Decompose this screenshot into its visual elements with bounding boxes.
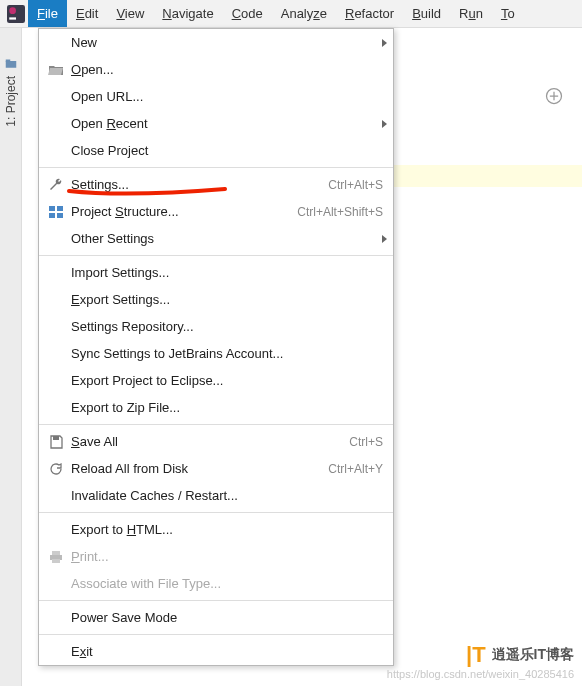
menu-item-save-all[interactable]: Save All Ctrl+S bbox=[39, 428, 393, 455]
menu-separator bbox=[39, 634, 393, 635]
app-icon bbox=[4, 0, 28, 27]
menu-build[interactable]: Build bbox=[403, 0, 450, 27]
menu-separator bbox=[39, 424, 393, 425]
folder-open-icon bbox=[45, 63, 67, 77]
menu-separator bbox=[39, 600, 393, 601]
shortcut-label: Ctrl+Alt+S bbox=[328, 178, 383, 192]
svg-rect-0 bbox=[7, 5, 25, 23]
menu-item-import-settings[interactable]: Import Settings... bbox=[39, 259, 393, 286]
menu-item-settings[interactable]: Settings... Ctrl+Alt+S bbox=[39, 171, 393, 198]
svg-rect-10 bbox=[53, 436, 59, 440]
menu-item-reload-disk[interactable]: Reload All from Disk Ctrl+Alt+Y bbox=[39, 455, 393, 482]
shortcut-label: Ctrl+Alt+Shift+S bbox=[297, 205, 383, 219]
wrench-icon bbox=[45, 177, 67, 193]
submenu-arrow-icon bbox=[382, 39, 387, 47]
menu-item-associate-filetype: Associate with File Type... bbox=[39, 570, 393, 597]
menu-item-open-url[interactable]: Open URL... bbox=[39, 83, 393, 110]
project-structure-icon bbox=[45, 205, 67, 219]
menu-refactor[interactable]: Refactor bbox=[336, 0, 403, 27]
main-menubar: File Edit View Navigate Code Analyze Ref… bbox=[0, 0, 582, 28]
menu-item-open-recent[interactable]: Open Recent bbox=[39, 110, 393, 137]
menu-item-export-zip[interactable]: Export to Zip File... bbox=[39, 394, 393, 421]
menu-navigate[interactable]: Navigate bbox=[153, 0, 222, 27]
menu-item-close-project[interactable]: Close Project bbox=[39, 137, 393, 164]
menu-item-export-eclipse[interactable]: Export Project to Eclipse... bbox=[39, 367, 393, 394]
svg-rect-11 bbox=[52, 551, 60, 555]
menu-item-invalidate-caches[interactable]: Invalidate Caches / Restart... bbox=[39, 482, 393, 509]
svg-rect-7 bbox=[57, 206, 63, 211]
project-tool-label[interactable]: 1: Project bbox=[4, 76, 18, 127]
submenu-arrow-icon bbox=[382, 120, 387, 128]
reload-icon bbox=[45, 462, 67, 476]
svg-rect-3 bbox=[5, 61, 16, 68]
menu-separator bbox=[39, 255, 393, 256]
print-icon bbox=[45, 550, 67, 564]
menu-code[interactable]: Code bbox=[223, 0, 272, 27]
shortcut-label: Ctrl+S bbox=[349, 435, 383, 449]
menu-item-other-settings[interactable]: Other Settings bbox=[39, 225, 393, 252]
svg-rect-9 bbox=[57, 213, 63, 218]
menu-item-open[interactable]: Open... bbox=[39, 56, 393, 83]
menu-tools[interactable]: To bbox=[492, 0, 524, 27]
menu-item-exit[interactable]: Exit bbox=[39, 638, 393, 665]
menu-item-settings-repository[interactable]: Settings Repository... bbox=[39, 313, 393, 340]
left-tool-strip: 1: Project bbox=[0, 28, 22, 686]
submenu-arrow-icon bbox=[382, 235, 387, 243]
editor-highlight-band bbox=[394, 165, 582, 187]
file-menu-dropdown: New Open... Open URL... Open Recent Clos… bbox=[38, 28, 394, 666]
save-icon bbox=[45, 435, 67, 449]
menu-item-power-save[interactable]: Power Save Mode bbox=[39, 604, 393, 631]
menu-item-export-html[interactable]: Export to HTML... bbox=[39, 516, 393, 543]
menu-analyze[interactable]: Analyze bbox=[272, 0, 336, 27]
shortcut-label: Ctrl+Alt+Y bbox=[328, 462, 383, 476]
menu-separator bbox=[39, 512, 393, 513]
svg-point-2 bbox=[9, 7, 16, 14]
menu-edit[interactable]: Edit bbox=[67, 0, 107, 27]
menu-item-export-settings[interactable]: Export Settings... bbox=[39, 286, 393, 313]
svg-rect-6 bbox=[49, 206, 55, 211]
menu-item-print: Print... bbox=[39, 543, 393, 570]
svg-rect-1 bbox=[9, 17, 16, 19]
watermark: |T 逍遥乐IT博客 https://blog.csdn.net/weixin_… bbox=[387, 642, 574, 680]
svg-rect-13 bbox=[52, 559, 60, 563]
menu-run[interactable]: Run bbox=[450, 0, 492, 27]
menu-view[interactable]: View bbox=[107, 0, 153, 27]
menu-item-new[interactable]: New bbox=[39, 29, 393, 56]
menu-item-project-structure[interactable]: Project Structure... Ctrl+Alt+Shift+S bbox=[39, 198, 393, 225]
menu-separator bbox=[39, 167, 393, 168]
svg-rect-8 bbox=[49, 213, 55, 218]
menu-file[interactable]: File bbox=[28, 0, 67, 27]
expand-all-icon[interactable] bbox=[544, 86, 564, 106]
menu-item-sync-settings[interactable]: Sync Settings to JetBrains Account... bbox=[39, 340, 393, 367]
svg-rect-4 bbox=[5, 60, 10, 62]
project-tool-icon[interactable] bbox=[5, 58, 17, 70]
